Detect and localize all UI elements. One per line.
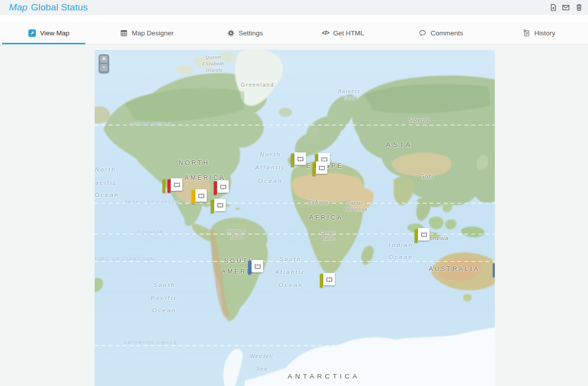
world-map[interactable]: NORTHAMERICAEUROPEASIAAFRICASOUTHAMERICA… — [95, 50, 495, 386]
tab-view-map[interactable]: View Map — [0, 22, 98, 44]
status-bar-ok — [415, 229, 418, 243]
page-title-name: Global Status — [31, 2, 88, 13]
map-marker[interactable] — [291, 152, 306, 167]
view-map-icon — [28, 29, 36, 37]
marker-device-box[interactable] — [195, 189, 207, 202]
envelope-icon[interactable] — [562, 3, 570, 12]
device-icon — [420, 231, 428, 239]
device-icon — [254, 262, 262, 270]
tab-label: Map Designer — [132, 29, 173, 37]
zoom-out-button[interactable]: - — [100, 64, 108, 71]
map-marker[interactable] — [312, 161, 327, 176]
status-bar-ok — [291, 153, 294, 167]
tab-history[interactable]: History — [490, 22, 588, 44]
map-marker[interactable] — [320, 273, 335, 287]
marker-device-box[interactable] — [252, 260, 263, 272]
tab-bar: View Map Map Designer Settings </> Get H… — [0, 22, 588, 44]
map-zoom-control: + - — [99, 54, 109, 73]
trash-icon[interactable] — [575, 3, 583, 12]
status-bar-ok — [320, 274, 323, 287]
map-marker[interactable] — [493, 262, 495, 277]
tab-label: Settings — [239, 29, 263, 37]
status-bar-info — [248, 261, 251, 274]
map-marker[interactable] — [211, 199, 226, 213]
status-bar-alarm — [214, 181, 217, 195]
marker-device-box[interactable] — [316, 161, 327, 174]
tab-map-designer[interactable]: Map Designer — [98, 22, 196, 44]
marker-device-box[interactable] — [323, 273, 335, 285]
device-icon — [173, 181, 181, 189]
map-marker[interactable] — [162, 178, 182, 193]
map-designer-icon — [120, 29, 128, 37]
code-icon: </> — [322, 29, 329, 36]
comments-bubble-icon — [419, 29, 427, 37]
export-file-icon[interactable] — [549, 3, 557, 12]
tab-label: History — [534, 29, 555, 37]
status-bar-warning — [192, 190, 195, 204]
status-bar-info — [493, 263, 495, 277]
device-icon — [216, 201, 224, 209]
history-icon — [523, 29, 530, 37]
map-terrain — [95, 50, 495, 386]
device-icon — [325, 275, 333, 283]
status-bar-ok — [162, 179, 165, 193]
zoom-in-button[interactable]: + — [100, 56, 108, 63]
device-icon — [318, 164, 326, 172]
tab-get-html[interactable]: </> Get HTML — [294, 22, 392, 44]
marker-device-box[interactable] — [294, 152, 306, 165]
tab-label: Comments — [431, 29, 463, 37]
map-marker[interactable] — [248, 260, 263, 274]
map-marker[interactable] — [214, 180, 229, 195]
device-icon — [296, 155, 304, 163]
page-title: Map Global Status — [9, 2, 88, 13]
status-bar-alarm — [167, 179, 170, 193]
marker-device-box[interactable] — [171, 178, 182, 191]
status-bar-ok — [312, 162, 315, 176]
tab-settings[interactable]: Settings — [196, 22, 294, 44]
map-marker[interactable] — [415, 228, 430, 243]
page-title-prefix: Map — [9, 2, 27, 13]
settings-gear-icon — [227, 29, 235, 37]
tab-comments[interactable]: Comments — [392, 22, 490, 44]
map-marker[interactable] — [192, 189, 207, 204]
marker-device-box[interactable] — [418, 228, 430, 241]
content-area: NORTHAMERICAEUROPEASIAAFRICASOUTHAMERICA… — [0, 44, 588, 386]
tab-label: View Map — [40, 29, 69, 37]
header-actions — [549, 3, 583, 12]
tab-label: Get HTML — [333, 29, 364, 37]
device-icon — [219, 183, 227, 191]
status-bar-ok — [211, 200, 214, 213]
marker-device-box[interactable] — [214, 199, 226, 211]
marker-device-box[interactable] — [217, 180, 229, 193]
app-header: Map Global Status — [0, 0, 588, 15]
device-icon — [197, 192, 205, 200]
